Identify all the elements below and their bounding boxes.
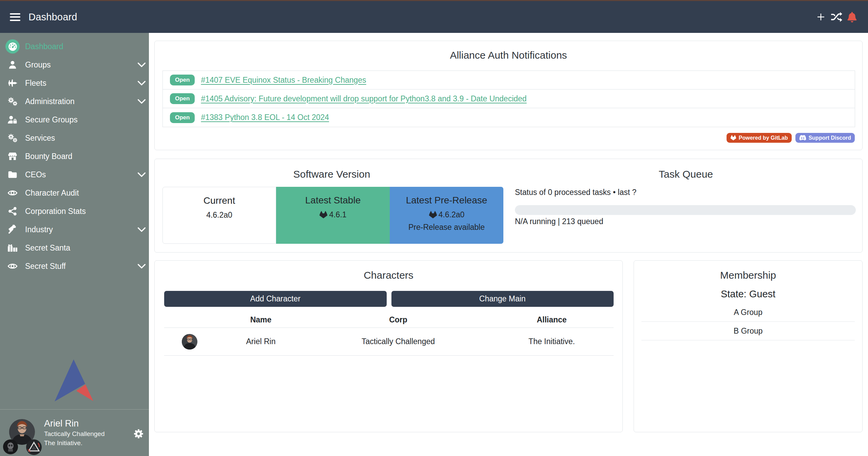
jet-fighter-icon <box>0 79 25 87</box>
user-lock-icon <box>0 115 25 124</box>
notifications-panel: Alliance Auth Notifications Open #1407 E… <box>154 41 863 150</box>
sidebar-item-secure-groups[interactable]: Secure Groups <box>0 111 149 129</box>
user-name: Ariel Rin <box>44 418 105 429</box>
page-title: Dashboard <box>28 12 77 23</box>
character-row[interactable]: Ariel Rin Tactically Challenged The Init… <box>164 328 614 356</box>
discord-badge-label: Support Discord <box>809 135 851 141</box>
add-character-button[interactable]: Add Character <box>164 291 387 307</box>
user-panel[interactable]: Ariel Rin Tactically Challenged The Init… <box>0 410 149 456</box>
version-strip: Current 4.6.2a0 Latest Stable 4.6.1 Late… <box>162 187 503 244</box>
notification-link[interactable]: #1407 EVE Equinox Status - Breaking Chan… <box>201 76 366 85</box>
notification-row: Open #1405 Advisory: Future development … <box>163 90 855 108</box>
chevron-down-icon <box>134 264 149 269</box>
notification-row: Open #1407 EVE Equinox Status - Breaking… <box>163 71 855 90</box>
folder-icon <box>0 171 25 179</box>
open-status-badge: Open <box>170 112 195 123</box>
chevron-down-icon <box>134 172 149 177</box>
software-version-title: Software Version <box>155 168 509 180</box>
corp-logo-badge <box>3 439 18 454</box>
sidebar-item-character-audit[interactable]: Character Audit <box>0 184 149 202</box>
discord-logo-icon <box>799 135 806 141</box>
sidebar-item-fleets[interactable]: Fleets <box>0 74 149 92</box>
gears-icon <box>0 134 25 143</box>
notifications-list: Open #1407 EVE Equinox Status - Breaking… <box>162 71 855 127</box>
gitlab-tanuki-icon <box>429 211 437 219</box>
character-name-cell: Ariel Rin <box>215 337 307 346</box>
notification-link[interactable]: #1383 Python 3.8 EOL - 14 Oct 2024 <box>201 113 329 122</box>
gitlab-logo-icon <box>730 135 736 141</box>
user-info: Ariel Rin Tactically Challenged The Init… <box>44 418 105 448</box>
gitlab-badge-label: Powered by GitLab <box>739 135 788 141</box>
sidebar-item-bounty-board[interactable]: Bounty Board <box>0 147 149 165</box>
character-alliance-cell: The Initiative. <box>490 337 614 346</box>
dashboard-gauge-icon <box>5 39 20 54</box>
characters-title: Characters <box>155 270 622 281</box>
sidebar-item-services[interactable]: Services <box>0 129 149 147</box>
prerelease-note: Pre-Release available <box>390 223 503 232</box>
task-queue-summary: N/A running | 213 queued <box>515 217 856 226</box>
membership-state: State: Guest <box>634 288 862 300</box>
prerelease-version-value: 4.6.2a0 <box>439 210 465 219</box>
change-main-button[interactable]: Change Main <box>391 291 614 307</box>
character-action-buttons: Add Character Change Main <box>164 291 614 307</box>
eye-icon <box>0 189 25 197</box>
column-header-name: Name <box>215 315 307 324</box>
add-icon[interactable] <box>815 11 827 23</box>
hammer-icon <box>0 225 25 234</box>
membership-group: B Group <box>641 322 855 340</box>
user-corp: Tactically Challenged <box>44 429 105 438</box>
character-corp-cell: Tactically Challenged <box>307 337 490 346</box>
sidebar-item-secret-santa[interactable]: Secret Santa <box>0 239 149 257</box>
membership-groups: A Group B Group <box>641 303 855 340</box>
chevron-down-icon <box>134 99 149 104</box>
task-queue-column: Task Queue Status of 0 processed tasks •… <box>509 159 863 252</box>
task-queue-title: Task Queue <box>509 168 863 180</box>
notifications-title: Alliance Auth Notifications <box>155 49 862 61</box>
navbar-actions <box>815 11 858 23</box>
shuffle-icon[interactable] <box>831 11 842 23</box>
support-discord-badge[interactable]: Support Discord <box>795 133 855 143</box>
membership-panel: Membership State: Guest A Group B Group <box>634 260 863 432</box>
powered-by-gitlab-badge[interactable]: Powered by GitLab <box>727 133 792 143</box>
current-version-value: 4.6.2a0 <box>163 211 276 220</box>
chevron-down-icon <box>134 81 149 86</box>
sidebar-item-industry[interactable]: Industry <box>0 220 149 239</box>
characters-table-header: Name Corp Alliance <box>164 312 614 328</box>
sidebar-item-groups[interactable]: Groups <box>0 56 149 74</box>
sidebar-item-ceos[interactable]: CEOs <box>0 165 149 184</box>
eye-icon <box>0 262 25 271</box>
notification-link[interactable]: #1405 Advisory: Future development will … <box>201 94 526 103</box>
sidebar-item-dashboard[interactable]: Dashboard <box>0 37 149 56</box>
task-queue-status: Status of 0 processed tasks • last ? <box>515 188 856 197</box>
stable-version-value: 4.6.1 <box>329 210 346 219</box>
share-nodes-icon <box>0 207 25 216</box>
column-header-corp: Corp <box>307 315 490 324</box>
sidebar-item-corporation-stats[interactable]: Corporation Stats <box>0 202 149 220</box>
current-version-label: Current <box>163 195 276 206</box>
character-portrait <box>164 334 215 350</box>
user-settings-gear-icon[interactable] <box>133 428 144 439</box>
software-version-panel: Software Version Current 4.6.2a0 Latest … <box>154 159 863 253</box>
software-version-column: Software Version Current 4.6.2a0 Latest … <box>155 159 509 252</box>
column-header-alliance: Alliance <box>490 315 614 324</box>
sidebar-item-administration[interactable]: Administration <box>0 92 149 111</box>
user-icon <box>0 60 25 69</box>
top-navbar: Dashboard <box>0 1 868 33</box>
version-current-cell: Current 4.6.2a0 <box>162 187 276 244</box>
alliance-logo-badge <box>26 439 42 455</box>
store-icon <box>0 152 25 161</box>
alliance-auth-dashboard: Dashboard <box>0 0 868 456</box>
membership-group: A Group <box>641 303 855 322</box>
open-status-badge: Open <box>170 75 195 85</box>
sidebar-item-secret-stuff[interactable]: Secret Stuff <box>0 257 149 275</box>
menu-toggle-button[interactable] <box>10 13 20 21</box>
version-prerelease-cell: Latest Pre-Release 4.6.2a0 Pre-Release a… <box>390 187 503 244</box>
task-queue-progress-bar <box>515 205 856 215</box>
task-queue-body: Status of 0 processed tasks • last ? N/A… <box>515 188 856 226</box>
promo-badges: Powered by GitLab Support Discord <box>727 133 855 143</box>
gitlab-tanuki-icon <box>319 211 328 219</box>
notification-bell-icon[interactable] <box>846 11 858 23</box>
main-content: Alliance Auth Notifications Open #1407 E… <box>149 33 868 456</box>
sidebar: Dashboard Groups Fleets Ad <box>0 33 149 456</box>
membership-title: Membership <box>634 270 862 281</box>
